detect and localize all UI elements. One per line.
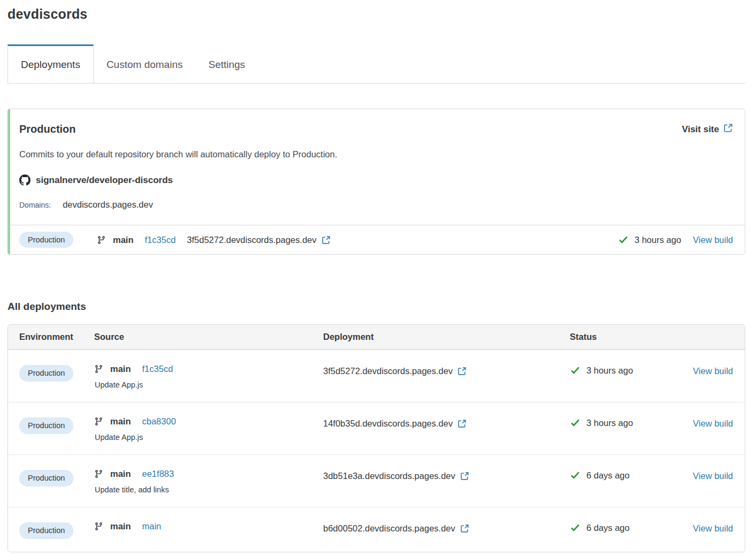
production-card: Production Visit site Commits to your de… xyxy=(7,109,745,255)
deployment-url: 14f0b35d.devdiscords.pages.dev xyxy=(323,419,453,429)
branch-name: main xyxy=(110,416,131,427)
visit-site-link[interactable]: Visit site xyxy=(682,123,733,135)
commit-link[interactable]: main xyxy=(142,521,162,531)
view-build-link[interactable]: View build xyxy=(693,235,733,245)
deployment-row: Production main main b6d00502.devdiscord… xyxy=(8,507,745,552)
repo-link[interactable]: signalnerve/developer-discords xyxy=(36,175,173,186)
deployment-url: 3f5d5272.devdiscords.pages.dev xyxy=(187,235,316,245)
domains-label: Domains: xyxy=(19,201,51,209)
git-branch-icon xyxy=(97,235,106,245)
github-icon xyxy=(19,174,30,186)
git-branch-icon xyxy=(94,469,103,478)
tab-bar: Deployments Custom domains Settings xyxy=(7,44,746,83)
git-branch-icon xyxy=(94,364,103,374)
branch-name: main xyxy=(110,469,131,479)
deployments-table: Environment Source Deployment Status Pro… xyxy=(7,324,745,552)
tab-deployments[interactable]: Deployments xyxy=(7,44,94,83)
view-build-link[interactable]: View build xyxy=(693,366,733,376)
status-time: 6 days ago xyxy=(586,470,630,481)
deployment-row: Production main f1c35cd Update App.js 3f… xyxy=(8,349,745,402)
view-build-link[interactable]: View build xyxy=(693,523,733,534)
domains-value: devdiscords.pages.dev xyxy=(63,200,153,210)
environment-badge: Production xyxy=(19,232,73,248)
external-link-icon[interactable] xyxy=(457,367,467,376)
production-description: Commits to your default repository branc… xyxy=(19,149,733,159)
visit-site-label: Visit site xyxy=(682,124,719,135)
commit-message: Update App.js xyxy=(95,381,323,389)
check-icon xyxy=(570,365,581,376)
commit-link[interactable]: ee1f883 xyxy=(142,469,174,479)
environment-badge: Production xyxy=(19,365,73,382)
column-header-deployment: Deployment xyxy=(323,332,570,342)
production-deployment-row: Production main f1c35cd 3f5d5272.devdisc… xyxy=(10,225,745,254)
check-icon xyxy=(570,417,581,428)
all-deployments-heading: All deployments xyxy=(7,301,745,313)
branch-name: main xyxy=(113,235,134,245)
check-icon xyxy=(618,234,629,245)
table-header-row: Environment Source Deployment Status xyxy=(8,325,745,349)
git-branch-icon xyxy=(94,417,103,426)
view-build-link[interactable]: View build xyxy=(693,471,733,481)
external-link-icon[interactable] xyxy=(457,419,467,428)
check-icon xyxy=(570,522,581,533)
column-header-status: Status xyxy=(570,332,733,342)
tab-custom-domains[interactable]: Custom domains xyxy=(94,44,196,83)
git-branch-icon xyxy=(94,522,103,531)
environment-badge: Production xyxy=(19,470,73,486)
commit-message: Update title, add links xyxy=(95,485,323,494)
external-link-icon[interactable] xyxy=(460,472,469,481)
view-build-link[interactable]: View build xyxy=(693,419,733,429)
deployment-row: Production main ee1f883 Update title, ad… xyxy=(8,454,745,507)
environment-badge: Production xyxy=(19,522,73,539)
environment-badge: Production xyxy=(19,417,73,434)
commit-link[interactable]: f1c35cd xyxy=(142,364,173,374)
tab-settings[interactable]: Settings xyxy=(195,44,258,83)
branch-name: main xyxy=(110,521,131,531)
commit-message: Update App.js xyxy=(95,433,323,442)
branch-name: main xyxy=(110,364,131,374)
column-header-source: Source xyxy=(94,332,323,342)
deployment-url: 3db51e3a.devdiscords.pages.dev xyxy=(323,471,455,481)
status-time: 3 hours ago xyxy=(635,235,681,245)
commit-link[interactable]: f1c35cd xyxy=(145,235,176,245)
production-card-body: Production Visit site Commits to your de… xyxy=(10,109,745,225)
external-link-icon[interactable] xyxy=(322,235,331,245)
column-header-environment: Environment xyxy=(19,332,94,342)
external-link-icon[interactable] xyxy=(460,524,469,533)
status-time: 6 days ago xyxy=(586,523,630,533)
deployment-url: 3f5d5272.devdiscords.pages.dev xyxy=(323,366,453,376)
pages-project-page: devdiscords Deployments Custom domains S… xyxy=(0,0,756,552)
production-card-title: Production xyxy=(19,123,76,135)
external-link-icon xyxy=(723,123,733,135)
commit-link[interactable]: cba8300 xyxy=(142,416,176,427)
page-title: devdiscords xyxy=(7,6,745,22)
status-time: 3 hours ago xyxy=(586,418,633,428)
check-icon xyxy=(570,470,581,481)
status-time: 3 hours ago xyxy=(586,366,633,376)
deployment-url: b6d00502.devdiscords.pages.dev xyxy=(323,523,455,534)
deployment-row: Production main cba8300 Update App.js 14… xyxy=(8,402,745,454)
